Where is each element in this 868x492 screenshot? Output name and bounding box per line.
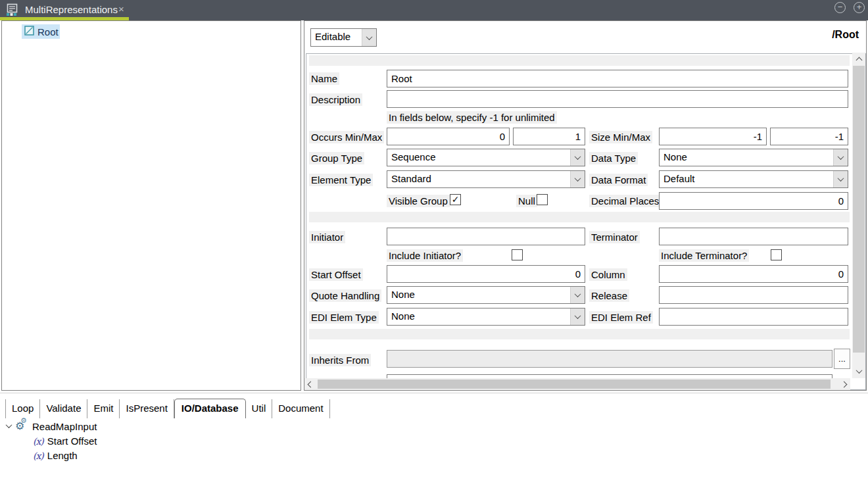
size-minmax-label: Size Min/Max — [589, 131, 652, 143]
scroll-right-button[interactable] — [838, 378, 850, 390]
section-divider — [309, 55, 850, 66]
tree-item-label: ReadMapInput — [32, 421, 97, 432]
collapse-all-icon[interactable]: − — [834, 2, 846, 13]
include-terminator-checkbox[interactable] — [771, 249, 782, 260]
structure-tree-panel: Root — [1, 20, 301, 391]
tree-item-length[interactable]: (x) Length — [33, 449, 78, 462]
tree-item-start-offset[interactable]: (x) Start Offset — [33, 434, 97, 448]
chevron-down-icon — [366, 34, 373, 40]
quote-handling-dropdown[interactable]: None — [387, 286, 585, 304]
data-type-dropdown[interactable]: None — [659, 149, 848, 166]
group-type-value: Sequence — [387, 149, 570, 166]
tab-validate[interactable]: Validate — [40, 399, 87, 418]
description-input[interactable] — [387, 90, 848, 108]
expand-all-icon[interactable]: + — [854, 2, 865, 13]
inherits-from-input — [387, 350, 832, 368]
name-label: Name — [309, 72, 339, 85]
occurs-minmax-label: Occurs Min/Max — [309, 131, 384, 143]
decimal-places-input[interactable] — [659, 192, 848, 210]
initiator-input[interactable] — [387, 228, 585, 245]
chevron-down-icon — [856, 367, 862, 374]
quote-handling-value: None — [387, 287, 570, 303]
close-tab-icon[interactable]: × — [118, 3, 124, 14]
tab-util[interactable]: Util — [246, 399, 273, 418]
occurs-max-input[interactable] — [513, 128, 585, 145]
data-format-dropdown[interactable]: Default — [659, 170, 848, 188]
group-type-dropdown[interactable]: Sequence — [387, 149, 585, 166]
variable-icon: (x) — [33, 451, 43, 461]
dropdown-button[interactable] — [570, 287, 585, 303]
chevron-down-icon — [575, 291, 581, 297]
dropdown-button[interactable] — [570, 308, 585, 325]
include-terminator-label: Include Terminator? — [659, 249, 749, 262]
unlimited-hint-text: In fields below, specify -1 for unlimite… — [387, 111, 557, 124]
edit-mode-dropdown[interactable]: Editable — [310, 28, 377, 47]
edit-mode-value: Editable — [311, 29, 362, 46]
tree-item-root[interactable]: Root — [22, 24, 60, 39]
initiator-label: Initiator — [309, 231, 345, 243]
terminator-input[interactable] — [659, 228, 848, 245]
data-format-value: Default — [660, 171, 833, 187]
browse-button[interactable]: ... — [834, 349, 850, 369]
application-window: MultiRepresentations × − + Root Editable… — [0, 0, 868, 492]
chevron-down-icon — [838, 153, 844, 160]
dropdown-button[interactable] — [833, 149, 848, 166]
chevron-up-icon — [856, 57, 862, 63]
dropdown-button[interactable] — [362, 29, 376, 46]
function-gears-icon: ⚙⚙ — [15, 420, 28, 433]
scroll-down-button[interactable] — [853, 365, 865, 377]
include-initiator-checkbox[interactable] — [512, 249, 523, 260]
release-label: Release — [589, 289, 629, 302]
data-format-label: Data Format — [589, 174, 648, 186]
horizontal-scrollbar-thumb[interactable] — [318, 380, 831, 389]
tree-item-label: Length — [47, 450, 78, 461]
tree-item-readmapinput[interactable]: ⚙⚙ ReadMapInput — [7, 420, 97, 433]
tab-emit[interactable]: Emit — [87, 399, 120, 418]
release-input[interactable] — [659, 286, 848, 304]
scroll-left-button[interactable] — [304, 378, 316, 390]
include-initiator-label: Include Initiator? — [387, 249, 463, 262]
dropdown-button[interactable] — [833, 171, 848, 187]
tree-item-label: Start Offset — [47, 435, 97, 447]
element-type-value: Standard — [387, 171, 570, 187]
data-type-label: Data Type — [589, 152, 638, 164]
tab-io-database[interactable]: IO/Database — [174, 399, 246, 418]
variable-icon: (x) — [33, 436, 43, 447]
edi-elem-ref-input[interactable] — [659, 308, 848, 326]
data-type-value: None — [660, 149, 833, 166]
null-checkbox[interactable] — [537, 194, 548, 205]
node-path: /Root — [832, 29, 859, 41]
scroll-up-button[interactable] — [853, 54, 865, 66]
element-type-label: Element Type — [309, 174, 373, 186]
size-max-input[interactable] — [770, 128, 848, 145]
size-min-input[interactable] — [659, 128, 767, 145]
name-input[interactable] — [387, 70, 848, 87]
dropdown-button[interactable] — [570, 171, 585, 187]
section-divider — [309, 212, 850, 222]
function-tab-strip: Loop Validate Emit IsPresent IO/Database… — [5, 399, 330, 418]
tab-ispresent[interactable]: IsPresent — [120, 399, 174, 418]
chevron-right-icon — [840, 381, 847, 387]
document-tab-title[interactable]: MultiRepresentations — [25, 4, 118, 15]
description-label: Description — [309, 93, 362, 106]
edi-elem-type-dropdown[interactable]: None — [387, 308, 585, 326]
panel-splitter[interactable] — [0, 393, 868, 393]
chevron-down-icon — [575, 153, 581, 160]
decimal-places-label: Decimal Places — [589, 195, 661, 207]
occurs-min-input[interactable] — [387, 128, 510, 145]
vertical-scrollbar-thumb[interactable] — [853, 66, 865, 353]
edi-elem-type-label: EDI Elem Type — [309, 311, 379, 324]
start-offset-label: Start Offset — [309, 268, 363, 281]
tab-document[interactable]: Document — [272, 399, 329, 418]
expander-chevron-icon[interactable] — [6, 422, 12, 428]
column-input[interactable] — [659, 265, 848, 283]
column-label: Column — [589, 268, 627, 281]
element-type-dropdown[interactable]: Standard — [387, 170, 585, 188]
inherits-from-label: Inherits From — [309, 354, 371, 366]
edi-elem-type-value: None — [387, 308, 570, 325]
quote-handling-label: Quote Handling — [309, 289, 381, 302]
dropdown-button[interactable] — [570, 149, 585, 166]
null-label: Null — [516, 195, 537, 207]
start-offset-input[interactable] — [387, 265, 585, 283]
visible-group-checkbox[interactable]: ✓ — [450, 194, 461, 205]
